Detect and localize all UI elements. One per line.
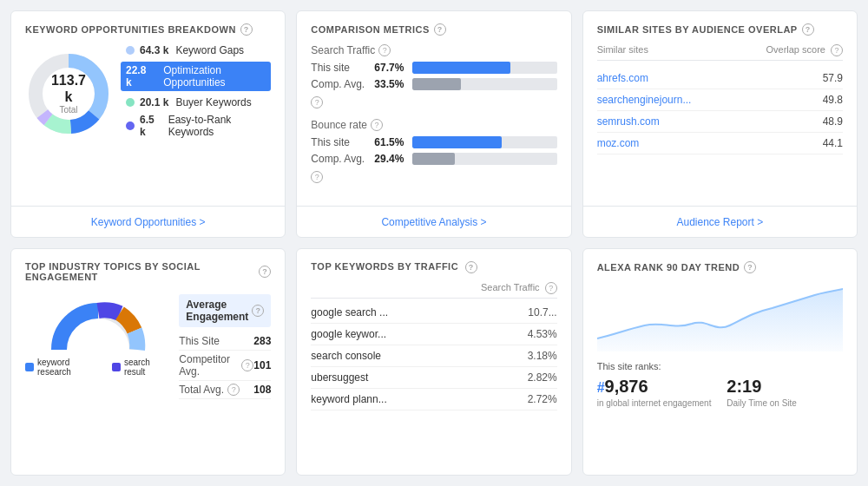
alexa-rank-label: This site ranks: xyxy=(597,361,843,371)
engagement-row-2: Total Avg.?108 xyxy=(179,381,271,399)
engagement-rows: This Site283Competitor Avg.?101Total Avg… xyxy=(179,332,271,399)
total-label: Total xyxy=(47,106,90,115)
kw-name: keyword plann... xyxy=(311,393,386,405)
search-result-dot xyxy=(112,363,121,371)
this-site-bar-fill xyxy=(412,62,510,74)
eng-row-label: Competitor Avg.? xyxy=(179,353,253,378)
kw-traffic: 10.7... xyxy=(528,306,556,319)
search-traffic-help-icon[interactable]: ? xyxy=(378,44,391,56)
top-keywords-card: TOP KEYWORDS BY TRAFFIC ? Search Traffic… xyxy=(296,248,571,476)
overlap-score-col-label: Overlap score ? xyxy=(766,44,843,56)
bounce-comp-bar-fill xyxy=(412,153,455,165)
keyword-opportunities-title: KEYWORD OPPORTUNITIES BREAKDOWN ? xyxy=(25,23,271,36)
similar-sites-header: Similar sites Overlap score ? xyxy=(597,44,843,61)
keyword-row-3: ubersuggest2.82% xyxy=(311,367,556,389)
similar-sites-card: SIMILAR SITES BY AUDIENCE OVERLAP ? Simi… xyxy=(582,10,858,238)
bounce-this-row: This site 61.5% xyxy=(311,136,556,148)
keyword-opportunities-link[interactable]: Keyword Opportunities > xyxy=(91,216,206,228)
this-site-label: This site xyxy=(311,62,367,74)
similar-site-row-0: ahrefs.com57.9 xyxy=(597,68,843,89)
search-traffic-section: Search Traffic ? This site 67.7% Comp. A… xyxy=(311,44,556,108)
legend-item-0: 64.3 kKeyword Gaps xyxy=(126,44,271,56)
bounce-comp-row: Comp. Avg. 29.4% xyxy=(311,153,556,165)
bounce-label: Bounce rate ? xyxy=(311,119,556,131)
search-traffic-note-help-icon[interactable]: ? xyxy=(311,96,323,108)
kw-traffic: 2.82% xyxy=(528,371,557,384)
bounce-this-bar-fill xyxy=(412,136,501,148)
bounce-rate-section: Bounce rate ? This site 61.5% Comp. Avg.… xyxy=(311,119,556,183)
keywords-list: google search ...10.7...google keywor...… xyxy=(311,302,556,410)
kw-traffic: 2.72% xyxy=(528,393,557,405)
eng-row-label: This Site xyxy=(179,335,220,347)
competitive-analysis-link[interactable]: Competitive Analysis > xyxy=(381,216,486,228)
bounce-comp-bar-bg xyxy=(412,153,556,165)
global-rank-block: #9,876 in global internet engagement xyxy=(597,377,713,408)
semi-donut-area: keyword research search result xyxy=(25,298,170,377)
search-result-legend: search result xyxy=(112,358,170,377)
search-traffic-label: Search Traffic ? xyxy=(311,44,556,56)
bounce-comp-label: Comp. Avg. xyxy=(311,153,367,165)
keyword-research-label: keyword research xyxy=(37,358,102,377)
comp-avg-pct: 33.5% xyxy=(374,78,405,90)
similar-sites-list: ahrefs.com57.9searchenginejourn...49.8se… xyxy=(597,68,843,154)
keyword-legend: 64.3 kKeyword Gaps22.8 k Optimization Op… xyxy=(126,44,271,143)
bounce-note-help-icon[interactable]: ? xyxy=(311,171,323,183)
social-engagement-card: TOP INDUSTRY TOPICS BY SOCIAL ENGAGEMENT… xyxy=(10,248,286,476)
engagement-table: Average Engagement ? This Site283Competi… xyxy=(179,294,271,399)
kw-traffic: 4.53% xyxy=(528,328,557,340)
comp-avg-label: Comp. Avg. xyxy=(311,78,367,90)
similar-site-row-1: searchenginejourn...49.8 xyxy=(597,89,843,111)
avg-engagement-help-icon[interactable]: ? xyxy=(252,305,264,317)
similar-sites-help-icon[interactable]: ? xyxy=(802,23,814,36)
bounce-this-label: This site xyxy=(311,136,367,148)
alexa-trend-chart xyxy=(597,282,843,351)
keyword-opportunities-footer: Keyword Opportunities > xyxy=(11,206,285,237)
top-kw-traffic-help-icon[interactable]: ? xyxy=(545,282,557,294)
keyword-opportunities-help-icon[interactable]: ? xyxy=(240,23,253,36)
comp-avg-row: Comp. Avg. 33.5% xyxy=(311,78,556,90)
social-engagement-help-icon[interactable]: ? xyxy=(259,266,271,278)
kw-name: google keywor... xyxy=(311,328,386,340)
similar-site-link[interactable]: ahrefs.com xyxy=(597,72,648,84)
keyword-opportunities-card: KEYWORD OPPORTUNITIES BREAKDOWN ? xyxy=(10,10,286,238)
donut-chart: 113.7 k Total xyxy=(25,50,112,137)
bounce-comp-pct: 29.4% xyxy=(374,153,405,165)
total-num: 113.7 k xyxy=(47,72,90,105)
eng-help-icon-2[interactable]: ? xyxy=(227,384,240,396)
social-engagement-title: TOP INDUSTRY TOPICS BY SOCIAL ENGAGEMENT… xyxy=(25,261,271,282)
bounce-help-icon[interactable]: ? xyxy=(371,119,383,131)
keyword-research-dot xyxy=(25,363,34,371)
similar-site-link[interactable]: searchenginejourn... xyxy=(597,94,692,106)
similar-site-link[interactable]: moz.com xyxy=(597,137,640,149)
engagement-content: keyword research search result Average E… xyxy=(25,291,271,476)
this-site-pct: 67.7% xyxy=(374,62,405,74)
bounce-this-bar-bg xyxy=(412,136,556,148)
kw-traffic: 3.18% xyxy=(528,350,557,362)
similar-site-row-2: semrush.com48.9 xyxy=(597,111,843,133)
similar-sites-footer: Audience Report > xyxy=(583,206,857,237)
similar-sites-col-label: Similar sites xyxy=(597,44,648,56)
top-keywords-help-icon[interactable]: ? xyxy=(465,261,477,273)
keyword-row-4: keyword plann...2.72% xyxy=(311,389,556,410)
search-result-label: search result xyxy=(124,358,170,377)
alexa-stats: #9,876 in global internet engagement 2:1… xyxy=(597,377,843,408)
overlap-help-icon[interactable]: ? xyxy=(831,44,843,56)
overlap-score: 48.9 xyxy=(823,115,843,128)
kw-name: search console xyxy=(311,350,381,362)
audience-report-link[interactable]: Audience Report > xyxy=(676,216,763,228)
eng-help-icon-1[interactable]: ? xyxy=(241,359,253,371)
legend-item-1: 22.8 k Optimization Opportunities xyxy=(121,62,271,91)
similar-site-row-3: moz.com44.1 xyxy=(597,133,843,154)
daily-time-value: 2:19 xyxy=(727,377,843,397)
legend-item-2: 20.1 kBuyer Keywords xyxy=(126,96,271,108)
comp-avg-bar-bg xyxy=(412,78,556,90)
comparison-metrics-help-icon[interactable]: ? xyxy=(434,23,446,36)
dashboard: KEYWORD OPPORTUNITIES BREAKDOWN ? xyxy=(0,0,868,486)
overlap-score: 49.8 xyxy=(823,94,843,106)
alexa-rank-help-icon[interactable]: ? xyxy=(744,261,756,273)
donut-center: 113.7 k Total xyxy=(47,72,90,115)
top-keywords-title: TOP KEYWORDS BY TRAFFIC ? xyxy=(311,261,556,273)
alexa-rank-title: ALEXA RANK 90 DAY TREND ? xyxy=(597,261,843,273)
similar-site-link[interactable]: semrush.com xyxy=(597,115,660,128)
eng-row-label: Total Avg.? xyxy=(179,384,240,396)
